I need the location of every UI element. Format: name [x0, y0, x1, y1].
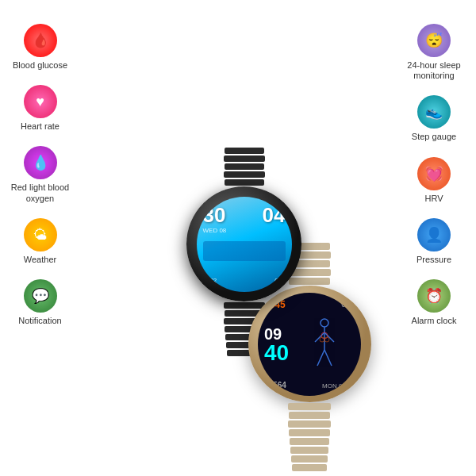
blood-glucose-label: Blood glucose [13, 60, 67, 71]
feature-pressure: 👤 Pressure [398, 218, 470, 265]
feature-heart-rate: ♥ Heart rate [6, 85, 74, 132]
black-time-min: 04 [263, 205, 286, 225]
black-screen-content: 30 04 WED 08 2022 089 [197, 197, 292, 292]
sleep-label: 24-hour sleep monitoring [398, 60, 470, 81]
blood-glucose-icon: 🩸 [24, 24, 57, 57]
gold-num1: 2345 [264, 299, 286, 310]
step-label: Step gauge [412, 132, 456, 142]
weather-label: Weather [24, 255, 56, 265]
blood-oxygen-icon: 💧 [24, 146, 57, 179]
feature-blood-oxygen: 💧 Red light blood oxygen [6, 146, 74, 203]
gold-watch-screen: 2345 088 09 40 [258, 293, 361, 396]
human-figure-icon [311, 318, 339, 378]
black-watch-screen: 30 04 WED 08 2022 089 [197, 197, 292, 292]
notification-icon: 💬 [24, 279, 57, 313]
weather-icon: 🌤 [24, 218, 57, 251]
hrv-label: HRV [424, 194, 443, 204]
feature-hrv: 💓 HRV [398, 157, 470, 204]
gold-watch-case: 2345 088 09 40 [248, 286, 371, 402]
notification-label: Notification [18, 316, 61, 326]
step-icon: 👟 [417, 95, 451, 129]
gold-steps: 24564 [264, 381, 286, 390]
black-time-hour: 30 [203, 205, 226, 225]
feature-weather: 🌤 Weather [6, 218, 74, 265]
heart-rate-label: Heart rate [21, 121, 60, 132]
gold-top-row: 2345 088 [264, 299, 355, 310]
black-year: 2022 [203, 277, 217, 284]
main-container: 🩸 Blood glucose ♥ Heart rate 💧 Red light… [0, 0, 476, 476]
heart-rate-icon: ♥ [24, 85, 57, 118]
blood-oxygen-label: Red light blood oxygen [6, 182, 74, 203]
feature-step: 👟 Step gauge [398, 95, 470, 142]
pressure-label: Pressure [416, 255, 451, 265]
black-band-top-1 [225, 148, 264, 154]
black-band-top-2 [224, 155, 265, 162]
pressure-icon: 👤 [417, 218, 451, 251]
svg-line-4 [317, 350, 324, 366]
black-band-top-4 [224, 171, 265, 178]
gold-middle-row: 09 40 [264, 326, 355, 364]
black-band-top-3 [225, 163, 264, 170]
alarm-icon: ⏰ [417, 279, 451, 313]
black-screen-top: 30 04 [203, 205, 286, 225]
feature-alarm: ⏰ Alarm clock [398, 279, 470, 326]
black-screen-bottom: 2022 089 [203, 277, 286, 284]
features-right: 😴 24-hour sleep monitoring 👟 Step gauge … [398, 24, 470, 326]
sleep-icon: 😴 [417, 24, 451, 57]
gold-screen-content: 2345 088 09 40 [258, 293, 361, 396]
gold-bottom-row: 24564 MON 02/28 [264, 381, 355, 390]
gold-num2: 088 [341, 300, 355, 309]
black-date: WED 08 [203, 227, 286, 234]
gold-date: MON 02/28 [322, 382, 355, 390]
gold-time: 09 40 [264, 326, 289, 364]
features-left: 🩸 Blood glucose ♥ Heart rate 💧 Red light… [6, 24, 74, 326]
gold-band-bottom [288, 402, 331, 472]
black-steps: 089 [274, 277, 285, 284]
black-band-top-5 [225, 179, 264, 186]
black-screen-middle [203, 234, 286, 277]
gold-hour: 09 [264, 326, 289, 342]
feature-notification: 💬 Notification [6, 279, 74, 326]
svg-point-0 [321, 319, 328, 327]
pool-graphic [203, 241, 286, 261]
gold-min: 40 [264, 342, 289, 364]
svg-line-5 [324, 350, 332, 366]
watches-area: 30 04 WED 08 2022 089 [75, 0, 397, 476]
alarm-label: Alarm clock [412, 316, 457, 326]
feature-blood-glucose: 🩸 Blood glucose [6, 24, 74, 71]
hrv-icon: 💓 [417, 157, 451, 190]
black-watch-case: 30 04 WED 08 2022 089 [186, 186, 301, 301]
feature-sleep: 😴 24-hour sleep monitoring [398, 24, 470, 81]
